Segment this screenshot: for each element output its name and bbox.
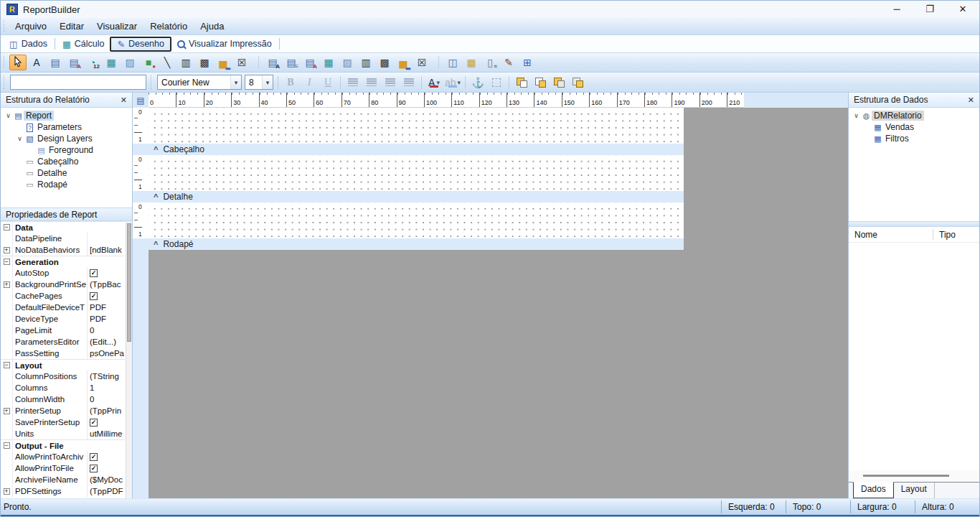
property-category[interactable]: −Data <box>1 221 125 233</box>
font-name-combo[interactable]: Courier New▾ <box>157 75 242 90</box>
dbtext-tool-button[interactable]: ▤A <box>264 55 281 70</box>
property-value[interactable]: PDF <box>88 313 125 325</box>
property-row[interactable]: Columns1 <box>1 382 125 393</box>
property-row[interactable]: ColumnPositions(TString <box>1 371 125 382</box>
design-grid[interactable] <box>149 108 684 144</box>
richtext-tool-button[interactable]: ▤A <box>65 55 83 70</box>
menu-visualizar[interactable]: Visualizar <box>90 19 143 34</box>
expand-toggle[interactable]: + <box>1 244 13 256</box>
collapse-toggle[interactable]: − <box>1 222 13 233</box>
property-value[interactable]: utMillime <box>88 428 125 439</box>
tab-dados[interactable]: ◫Dados <box>4 37 53 51</box>
property-row[interactable]: +PDFSettings(TppPDF <box>1 485 125 497</box>
align-right-button[interactable] <box>382 75 399 90</box>
tab-calculo[interactable]: ▦Cálculo <box>57 37 110 51</box>
minimize-button[interactable]: ─ <box>880 1 913 18</box>
property-value[interactable]: (TppBac <box>88 279 125 290</box>
chevron-down-icon[interactable]: ▾ <box>230 75 241 89</box>
vertical-scrollbar[interactable] <box>126 221 132 498</box>
bring-to-front-button[interactable] <box>513 75 530 90</box>
property-value[interactable]: (Edit...) <box>88 336 125 348</box>
property-category[interactable]: −Layout <box>1 359 125 371</box>
property-value[interactable]: ✓ <box>88 462 125 474</box>
font-color-button[interactable]: A▾ <box>425 75 443 90</box>
checkbox-tool-button[interactable]: ☒ <box>233 55 250 70</box>
band-design-area[interactable]: 01 <box>133 155 848 191</box>
label-tool-button[interactable]: A <box>28 55 45 70</box>
property-row[interactable]: DeviceTypePDF <box>1 313 125 325</box>
dbmemo-tool-button[interactable]: ▤≡ <box>283 55 300 70</box>
underline-button[interactable]: U <box>319 75 336 90</box>
crosstab-tool-button[interactable]: ⊞ <box>519 55 536 70</box>
chevron-down-icon[interactable]: ▾ <box>262 75 273 89</box>
tree-item-vendas[interactable]: ▦Vendas <box>849 121 979 133</box>
align-justify-button[interactable] <box>400 75 418 90</box>
property-value[interactable]: ✓ <box>88 267 125 279</box>
send-backward-button[interactable] <box>569 75 586 90</box>
chart-tool-button[interactable]: ▅▂ <box>215 55 232 70</box>
property-value[interactable]: psOnePa <box>88 348 125 359</box>
toolbar-grip[interactable] <box>150 75 154 89</box>
shape-tool-button[interactable]: ■● <box>140 55 157 70</box>
calc-tool-button[interactable]: ▦ <box>103 55 120 70</box>
minus-icon[interactable]: − <box>4 362 10 368</box>
band-design-area[interactable]: 01 <box>133 108 848 144</box>
minus-icon[interactable]: − <box>4 442 10 449</box>
column-tipo[interactable]: Tipo <box>933 230 979 240</box>
pagebreak-tool-button[interactable]: ▯≈ <box>481 55 499 70</box>
property-value[interactable]: [ndBlank <box>88 244 125 256</box>
tree-item-cabecalho[interactable]: ▭Cabeçalho <box>1 156 132 167</box>
minus-icon[interactable]: − <box>4 224 10 230</box>
checkbox-checked-icon[interactable]: ✓ <box>90 453 98 461</box>
tree-item-dmrelatorio[interactable]: ∨◍DMRelatorio <box>849 110 979 121</box>
dbbarcode-2d-tool-button[interactable]: ▩ <box>376 55 393 70</box>
tab-desenho[interactable]: ✎Desenho <box>110 37 171 52</box>
anchor-button[interactable]: ⚓ <box>469 75 486 90</box>
property-value[interactable]: PDF <box>88 302 125 313</box>
plus-icon[interactable]: + <box>4 408 10 414</box>
menu-relatorio[interactable]: Relatório <box>143 19 194 34</box>
band-cabecalho[interactable]: ^Cabeçalho <box>149 144 684 155</box>
menu-arquivo[interactable]: Arquivo <box>9 19 53 34</box>
canvas-corner-report-icon[interactable]: ▤ <box>133 93 149 108</box>
tree-item-filtros[interactable]: ▦Filtros <box>849 133 979 144</box>
property-row[interactable]: PageLimit0 <box>1 325 125 336</box>
expand-arrow-icon[interactable]: ∨ <box>852 112 861 119</box>
object-selector-combo[interactable] <box>10 75 146 90</box>
line-tool-button[interactable]: ╲ <box>159 55 176 70</box>
dbrichtext-tool-button[interactable]: ▤A <box>301 55 319 70</box>
menu-editar[interactable]: Editar <box>53 19 90 34</box>
property-value[interactable]: (TString <box>88 371 125 382</box>
send-to-back-button[interactable] <box>532 75 549 90</box>
dbcheckbox-tool-button[interactable]: ☒ <box>413 55 430 70</box>
toolbar-grip[interactable] <box>3 20 6 32</box>
property-row[interactable]: AllowPrintToArchiv✓ <box>1 451 125 462</box>
property-row[interactable]: CachePages✓ <box>1 290 125 302</box>
property-row[interactable]: DataPipeline <box>1 233 125 244</box>
chevron-down-icon[interactable]: ▾ <box>458 79 461 86</box>
barcode-2d-tool-button[interactable]: ▩ <box>196 55 213 70</box>
checkbox-checked-icon[interactable]: ✓ <box>90 269 98 277</box>
menu-ajuda[interactable]: Ajuda <box>194 19 230 34</box>
property-row[interactable]: ColumnWidth0 <box>1 393 125 405</box>
property-value[interactable]: ✓ <box>88 416 125 428</box>
property-value[interactable] <box>88 233 125 244</box>
dbbarcode-tool-button[interactable]: ▥ <box>357 55 374 70</box>
close-button[interactable]: ✕ <box>946 1 979 18</box>
highlight-color-button[interactable]: ab▾ <box>444 75 461 90</box>
scrollbar-thumb[interactable] <box>127 223 131 342</box>
minus-icon[interactable]: − <box>4 258 10 265</box>
property-row[interactable]: +BackgroundPrintSe(TppBac <box>1 279 125 290</box>
property-value[interactable]: ($MyDoc <box>88 474 125 485</box>
region-tool-button[interactable]: ◫ <box>444 55 461 70</box>
property-row[interactable]: UnitsutMillime <box>1 428 125 439</box>
property-row[interactable]: +PrinterSetup(TppPrin <box>1 405 125 416</box>
collapse-caret-icon[interactable]: ^ <box>154 192 158 201</box>
dbcalc-tool-button[interactable]: ▦ <box>320 55 337 70</box>
property-row[interactable]: ParametersEditor(Edit...) <box>1 336 125 348</box>
toolbar-grip[interactable] <box>3 75 6 89</box>
band-design-area[interactable]: 01 <box>133 202 848 238</box>
image-tool-button[interactable]: ▨ <box>121 55 138 70</box>
scrollbar-thumb[interactable] <box>863 475 949 477</box>
toolbar-grip[interactable] <box>258 56 261 69</box>
